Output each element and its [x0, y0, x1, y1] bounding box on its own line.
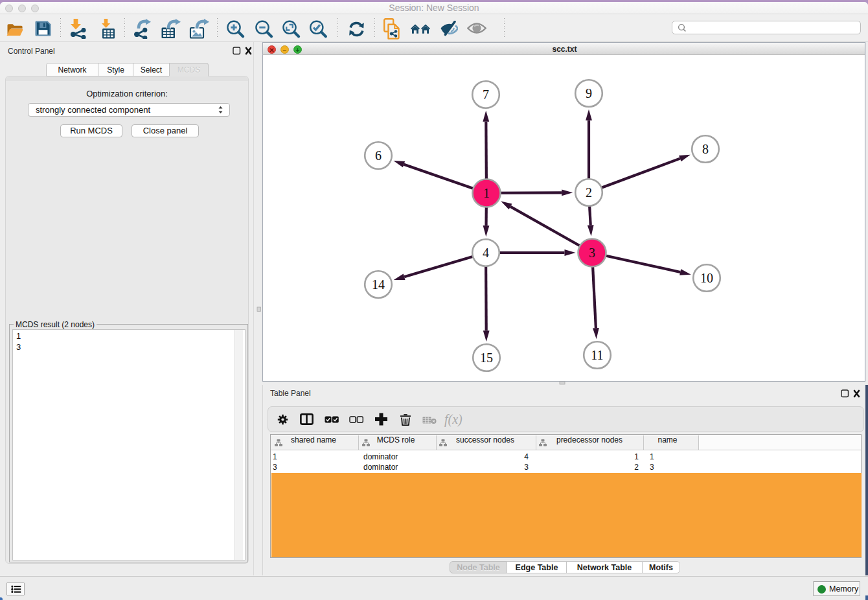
svg-text:11: 11	[591, 348, 603, 362]
svg-text:7: 7	[483, 87, 489, 102]
svg-text:6: 6	[375, 148, 382, 163]
svg-text:14: 14	[372, 277, 385, 292]
svg-text:9: 9	[586, 86, 592, 100]
svg-text:1: 1	[483, 186, 490, 200]
svg-text:8: 8	[702, 142, 709, 156]
svg-text:2: 2	[586, 185, 592, 200]
svg-text:3: 3	[589, 246, 595, 260]
svg-text:4: 4	[483, 246, 489, 260]
svg-text:15: 15	[480, 351, 493, 365]
svg-text:10: 10	[700, 271, 713, 285]
